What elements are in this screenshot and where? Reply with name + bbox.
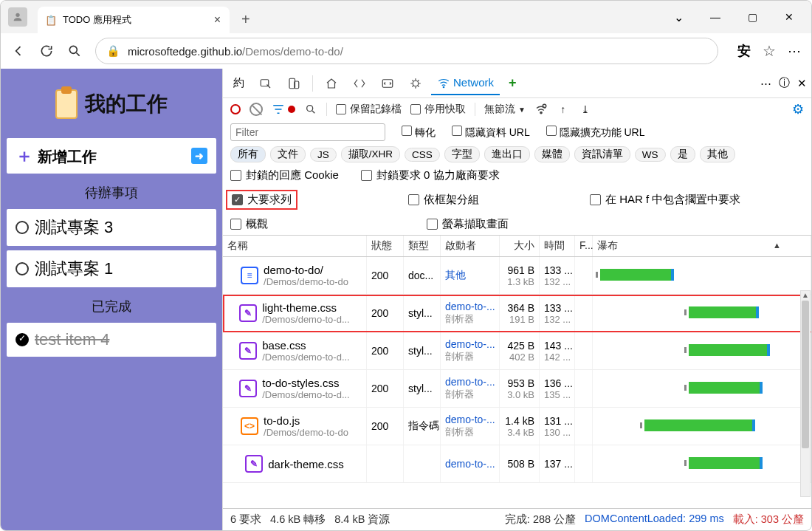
url-bar[interactable]: 🔒 microsoftedge.github.io/Demos/demo-to-… bbox=[95, 38, 718, 64]
svg-point-1 bbox=[69, 46, 77, 53]
task-checkbox-checked[interactable] bbox=[16, 333, 29, 346]
type-media[interactable]: 媒體 bbox=[534, 146, 570, 162]
tab-elements[interactable] bbox=[319, 72, 344, 95]
screenshots-checkbox[interactable]: 螢幕擷取畫面 bbox=[427, 217, 509, 231]
network-grid-header: 名稱 狀態 類型 啟動者 大小 時間 F... 瀑布▲ bbox=[223, 235, 811, 257]
network-row[interactable]: ✎ base.css/Demos/demo-to-d... 200 styl..… bbox=[223, 332, 811, 370]
network-toolbar: 保留記錄檔 停用快取 無節流 ▼ ↑ ⤓ ⚙ bbox=[223, 98, 811, 120]
status-load: 載入: 303 公釐 bbox=[733, 513, 804, 527]
svg-point-8 bbox=[307, 106, 313, 112]
type-all[interactable]: 所有 bbox=[230, 146, 266, 162]
tab-network[interactable]: Network bbox=[431, 72, 500, 95]
network-row[interactable]: ✎ to-do-styles.css/Demos/demo-to-d... 20… bbox=[223, 370, 811, 408]
include-har-checkbox[interactable]: 在 HAR f 中包含擱置中要求 bbox=[590, 193, 740, 207]
type-manifest[interactable]: 資訊清單 bbox=[574, 146, 630, 162]
more-menu-button[interactable]: ⋯ bbox=[788, 43, 801, 59]
device-icon[interactable] bbox=[281, 72, 306, 95]
type-doc[interactable]: 文件 bbox=[270, 146, 306, 162]
type-other[interactable]: 其他 bbox=[700, 146, 735, 162]
devtools-help-icon[interactable]: ⓘ bbox=[779, 76, 790, 90]
profile-avatar[interactable] bbox=[8, 7, 27, 27]
import-har-icon[interactable]: ↑ bbox=[557, 103, 570, 116]
task-checkbox[interactable] bbox=[16, 221, 29, 234]
inspect-icon[interactable] bbox=[253, 72, 278, 95]
tab-sources[interactable] bbox=[375, 72, 400, 95]
minimize-button[interactable]: — bbox=[699, 5, 732, 29]
network-row[interactable]: ✎ dark-theme.css demo-to-... 508 B 137 .… bbox=[223, 445, 811, 483]
col-size[interactable]: 大小 bbox=[500, 236, 540, 256]
export-har-icon[interactable]: ⤓ bbox=[579, 103, 592, 116]
col-type[interactable]: 類型 bbox=[404, 236, 441, 256]
search-button[interactable] bbox=[67, 44, 82, 58]
favorite-button[interactable]: ☆ bbox=[763, 42, 776, 60]
col-initiator[interactable]: 啟動者 bbox=[441, 236, 500, 256]
status-transferred: 4.6 kB 轉移 bbox=[270, 513, 326, 527]
type-import[interactable]: 進出口 bbox=[484, 146, 530, 162]
throttle-select[interactable]: 無節流 ▼ bbox=[484, 103, 526, 116]
tab-welcome[interactable]: 約 bbox=[227, 72, 250, 95]
network-settings-icon[interactable]: ⚙ bbox=[792, 101, 804, 117]
type-fetch[interactable]: 擷取/XHR bbox=[341, 146, 400, 162]
browser-tab[interactable]: 📋 TODO 應用程式 × bbox=[38, 7, 230, 33]
hide-ext-url-checkbox[interactable]: 隱藏擴充功能 URL bbox=[546, 126, 645, 140]
clear-button[interactable] bbox=[250, 103, 263, 116]
refresh-button[interactable] bbox=[39, 44, 54, 58]
window-dropdown-icon[interactable]: ⌄ bbox=[662, 5, 695, 29]
type-wasm[interactable]: 是 bbox=[670, 146, 695, 162]
submit-icon[interactable]: ➜ bbox=[191, 148, 207, 164]
add-task-label: 新增工作 bbox=[38, 148, 97, 165]
task-item[interactable]: 測試專案 1 bbox=[7, 250, 216, 287]
tab-title: TODO 應用程式 bbox=[63, 13, 131, 27]
add-task-button[interactable]: ＋ 新增工作 ➜ bbox=[7, 138, 216, 174]
col-name[interactable]: 名稱 bbox=[223, 236, 367, 256]
devtools-more-icon[interactable]: ⋯ bbox=[760, 77, 771, 90]
network-row[interactable]: <> to-do.js/Demos/demo-to-do 200 指令碼 dem… bbox=[223, 408, 811, 445]
network-conditions-icon[interactable] bbox=[534, 103, 548, 116]
col-status[interactable]: 狀態 bbox=[367, 236, 404, 256]
task-item[interactable]: 測試專案 3 bbox=[7, 209, 216, 246]
add-tab-button[interactable]: + bbox=[503, 71, 523, 95]
big-rows-checkbox[interactable]: ✓大要求列 bbox=[226, 190, 297, 210]
hide-data-url-checkbox[interactable]: 隱藏資料 URL bbox=[452, 126, 530, 140]
app-title: 我的工作 bbox=[85, 90, 168, 118]
blocked-requests-checkbox[interactable]: 封鎖要求 0 協力廠商要求 bbox=[361, 168, 500, 182]
filter-input[interactable] bbox=[230, 123, 385, 141]
col-waterfall[interactable]: 瀑布▲ bbox=[593, 236, 811, 256]
type-js[interactable]: JS bbox=[310, 148, 337, 162]
preserve-log-checkbox[interactable]: 保留記錄檔 bbox=[336, 103, 402, 116]
devtools-close-icon[interactable]: ✕ bbox=[797, 77, 807, 90]
maximize-button[interactable]: ▢ bbox=[736, 5, 768, 29]
back-button[interactable] bbox=[11, 44, 26, 58]
invert-checkbox[interactable]: 轉化 bbox=[402, 126, 436, 140]
col-f[interactable]: F... bbox=[575, 236, 593, 256]
tab-favicon-icon: 📋 bbox=[45, 14, 57, 26]
group-by-frame-checkbox[interactable]: 依框架分組 bbox=[408, 193, 479, 207]
search-network-icon[interactable] bbox=[304, 103, 317, 116]
tab-close-icon[interactable]: × bbox=[213, 13, 222, 27]
type-font[interactable]: 字型 bbox=[444, 146, 480, 162]
disable-cache-checkbox[interactable]: 停用快取 bbox=[410, 103, 466, 116]
svg-point-9 bbox=[540, 112, 542, 113]
type-css[interactable]: CSS bbox=[405, 148, 440, 162]
close-window-button[interactable]: ✕ bbox=[773, 5, 805, 29]
svg-point-0 bbox=[16, 13, 19, 17]
type-filter-row: 所有 文件 JS 擷取/XHR CSS 字型 進出口 媒體 資訊清單 WS 是 … bbox=[223, 144, 811, 165]
translate-button[interactable]: 安 bbox=[737, 42, 751, 60]
record-button[interactable] bbox=[230, 104, 241, 114]
todo-app: 我的工作 ＋ 新增工作 ➜ 待辦事項 測試專案 3 測試專案 1 已完成 tes… bbox=[1, 69, 222, 530]
blocked-cookies-checkbox[interactable]: 封鎖的回應 Cookie bbox=[230, 168, 339, 182]
overview-checkbox[interactable]: 概觀 bbox=[230, 217, 268, 231]
tab-debug-icon[interactable] bbox=[403, 72, 428, 95]
type-ws[interactable]: WS bbox=[635, 148, 666, 162]
svg-point-6 bbox=[413, 80, 419, 86]
filter-button[interactable] bbox=[272, 103, 295, 116]
col-time[interactable]: 時間 bbox=[540, 236, 575, 256]
tab-console[interactable] bbox=[347, 72, 372, 95]
task-checkbox[interactable] bbox=[16, 262, 29, 275]
new-tab-button[interactable]: + bbox=[237, 7, 255, 32]
network-row[interactable]: ≡ demo-to-do//Demos/demo-to-do 200 doc..… bbox=[223, 257, 811, 295]
done-header: 已完成 bbox=[7, 292, 216, 318]
task-item-done[interactable]: test item 4 bbox=[7, 323, 216, 357]
grid-scrollbar[interactable]: ▲ bbox=[800, 290, 811, 497]
network-row[interactable]: ✎ light-theme.css/Demos/demo-to-d... 200… bbox=[223, 295, 811, 332]
